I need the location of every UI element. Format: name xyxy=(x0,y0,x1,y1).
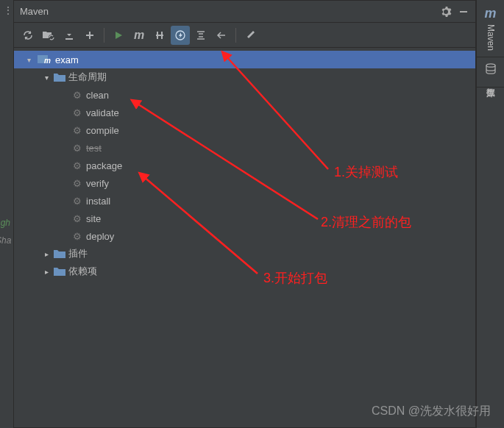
lifecycle-item-install[interactable]: ⚙install xyxy=(14,192,475,210)
separator xyxy=(235,28,236,43)
gear-icon: ⚙ xyxy=(71,213,83,224)
lifecycle-node[interactable]: ▾ 生命周期 xyxy=(14,68,475,86)
annotation-1: 1.关掉测试 xyxy=(334,163,398,181)
lifecycle-item-verify[interactable]: ⚙verify xyxy=(14,174,475,192)
separator xyxy=(104,28,104,43)
drag-dots-icon: ⋮ xyxy=(3,4,12,16)
item-label: install xyxy=(86,196,110,207)
left-gutter: ⋮ ngh Sha xyxy=(0,0,13,428)
sidebar-tab-database[interactable]: 数据库 xyxy=(477,57,504,88)
project-node[interactable]: ▾ m exam xyxy=(14,51,475,68)
svg-point-5 xyxy=(486,64,495,67)
project-label: exam xyxy=(55,54,79,65)
m-icon: m xyxy=(484,6,496,21)
refresh-icon[interactable] xyxy=(18,26,38,45)
deps-label: 依赖项 xyxy=(68,265,97,278)
m-icon[interactable]: m xyxy=(129,26,149,45)
plugins-label: 插件 xyxy=(68,247,88,260)
folder-icon xyxy=(54,267,65,277)
download-icon[interactable] xyxy=(60,26,79,45)
svg-text:m: m xyxy=(44,57,51,65)
minimize-icon[interactable] xyxy=(458,6,469,18)
chevron-down-icon: ▾ xyxy=(42,74,51,82)
plugins-node[interactable]: ▸ 插件 xyxy=(14,245,475,263)
gear-icon: ⚙ xyxy=(71,107,83,118)
gear-icon: ⚙ xyxy=(71,196,83,207)
folders-icon[interactable] xyxy=(39,26,58,45)
gutter-text-1: ngh xyxy=(0,218,10,228)
sidebar-label: Maven xyxy=(486,24,496,51)
skip-icon[interactable] xyxy=(150,26,169,45)
folder-icon xyxy=(54,249,65,259)
annotation-3: 3.开始打包 xyxy=(263,269,327,287)
collapse-icon[interactable] xyxy=(191,26,210,45)
maven-module-icon: m xyxy=(38,54,51,65)
lifecycle-label: 生命周期 xyxy=(68,71,107,84)
panel-title: Maven xyxy=(20,6,434,17)
item-label: test xyxy=(86,143,102,154)
svg-rect-0 xyxy=(460,11,467,13)
gear-icon: ⚙ xyxy=(71,178,83,189)
lifecycle-item-validate[interactable]: ⚙validate xyxy=(14,104,475,121)
panel-header: Maven xyxy=(14,1,475,23)
toggle-skip-tests-icon[interactable] xyxy=(171,26,190,45)
annotation-2: 2.清理之前的包 xyxy=(321,213,411,231)
sidebar-tab-maven[interactable]: m Maven xyxy=(477,0,504,57)
lifecycle-item-package[interactable]: ⚙package xyxy=(14,157,475,174)
item-label: verify xyxy=(86,178,109,189)
gear-icon[interactable] xyxy=(440,6,452,18)
settings-icon[interactable] xyxy=(241,26,260,45)
play-icon[interactable] xyxy=(109,26,128,45)
chevron-right-icon: ▸ xyxy=(42,250,51,258)
item-label: site xyxy=(86,213,101,224)
toolbar: m xyxy=(14,23,475,48)
plus-icon[interactable] xyxy=(80,26,99,45)
gear-icon: ⚙ xyxy=(71,90,83,101)
item-label: deploy xyxy=(86,231,114,242)
item-label: clean xyxy=(86,90,109,101)
item-label: compile xyxy=(86,125,119,136)
folder-icon xyxy=(54,73,65,82)
gutter-text-2: Sha xyxy=(0,235,11,246)
item-label: validate xyxy=(86,107,119,118)
right-sidebar: m Maven 数据库 xyxy=(476,0,504,428)
item-label: package xyxy=(86,160,122,171)
gear-icon: ⚙ xyxy=(71,160,83,171)
gear-icon: ⚙ xyxy=(71,231,83,242)
chevron-down-icon: ▾ xyxy=(24,56,33,64)
lifecycle-item-test[interactable]: ⚙test xyxy=(14,139,475,157)
gear-icon: ⚙ xyxy=(71,143,83,154)
database-icon xyxy=(485,63,497,78)
lifecycle-item-clean[interactable]: ⚙clean xyxy=(14,86,475,104)
show-icon[interactable] xyxy=(212,26,231,45)
deps-node[interactable]: ▸ 依赖项 xyxy=(14,263,475,280)
watermark: CSDN @洗发水很好用 xyxy=(372,404,491,419)
project-tree: ▾ m exam ▾ 生命周期 ⚙clean ⚙validate ⚙compil… xyxy=(14,48,475,283)
lifecycle-item-compile[interactable]: ⚙compile xyxy=(14,121,475,139)
chevron-right-icon: ▸ xyxy=(42,268,51,276)
gear-icon: ⚙ xyxy=(71,125,83,136)
